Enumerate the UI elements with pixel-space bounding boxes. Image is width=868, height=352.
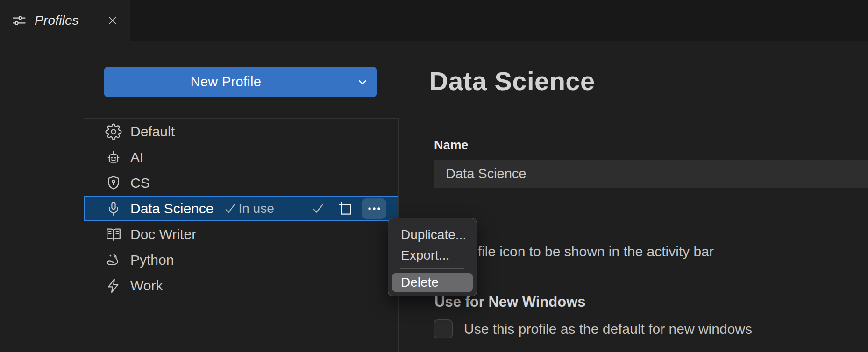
book-icon bbox=[105, 225, 122, 243]
mic-icon bbox=[105, 200, 122, 218]
profile-name: CS bbox=[130, 175, 150, 191]
name-input-value: Data Science bbox=[446, 166, 526, 182]
profile-row-ai[interactable]: AI bbox=[84, 144, 398, 170]
shield-icon bbox=[105, 174, 122, 192]
gear-icon bbox=[105, 123, 122, 141]
tab-profiles[interactable]: Profiles bbox=[0, 0, 130, 41]
profile-name: Python bbox=[130, 252, 174, 268]
profile-row-data-science[interactable]: Data Science In use bbox=[84, 196, 398, 221]
chevron-down-icon bbox=[356, 75, 370, 89]
zap-icon bbox=[105, 277, 122, 295]
in-use-label: In use bbox=[238, 201, 274, 216]
in-use-badge: In use bbox=[223, 201, 274, 216]
profile-name: Default bbox=[130, 124, 175, 140]
new-profile-dropdown-button[interactable] bbox=[348, 67, 377, 97]
tab-bar: Profiles bbox=[0, 0, 868, 41]
row-actions bbox=[311, 197, 398, 220]
profile-row-cs[interactable]: CS bbox=[84, 170, 398, 196]
profile-row-default[interactable]: Default bbox=[84, 119, 398, 144]
profile-name: Doc Writer bbox=[130, 226, 196, 242]
context-menu: Duplicate... Export... Delete bbox=[388, 218, 477, 296]
menu-item-duplicate[interactable]: Duplicate... bbox=[388, 225, 477, 245]
profiles-editor-window: Profiles New Profile bbox=[0, 0, 868, 352]
profiles-list: Default AI CS bbox=[84, 118, 399, 352]
name-label: Name bbox=[434, 138, 469, 153]
profile-name: AI bbox=[130, 149, 143, 165]
new-profile-label: New Profile bbox=[191, 74, 262, 90]
more-actions-button[interactable] bbox=[362, 198, 386, 219]
name-input[interactable]: Data Science bbox=[434, 160, 868, 188]
menu-item-delete[interactable]: Delete bbox=[392, 273, 473, 292]
copy-profile-icon[interactable] bbox=[337, 201, 353, 217]
sliders-icon bbox=[11, 13, 27, 28]
snake-icon bbox=[105, 251, 122, 269]
tab-title: Profiles bbox=[35, 13, 79, 28]
check-icon bbox=[223, 202, 237, 216]
menu-item-export[interactable]: Export... bbox=[388, 245, 477, 266]
robot-icon bbox=[105, 148, 122, 166]
close-icon[interactable] bbox=[107, 14, 119, 27]
default-for-new-windows-checkbox[interactable] bbox=[434, 319, 453, 338]
new-profile-button[interactable]: New Profile bbox=[104, 67, 348, 97]
icon-hint-text: Profile icon to be shown in the activity… bbox=[456, 244, 714, 260]
profile-row-doc-writer[interactable]: Doc Writer bbox=[84, 221, 398, 247]
use-profile-check-icon[interactable] bbox=[311, 201, 326, 216]
profile-detail-title: Data Science bbox=[429, 66, 595, 96]
profile-row-work[interactable]: Work bbox=[84, 273, 398, 298]
menu-separator bbox=[400, 268, 464, 269]
default-for-new-windows-label: Use this profile as the default for new … bbox=[464, 321, 752, 337]
profile-name: Work bbox=[130, 278, 163, 294]
new-profile-split-button: New Profile bbox=[104, 67, 377, 97]
profile-row-python[interactable]: Python bbox=[84, 247, 398, 273]
profile-name: Data Science bbox=[130, 201, 213, 217]
